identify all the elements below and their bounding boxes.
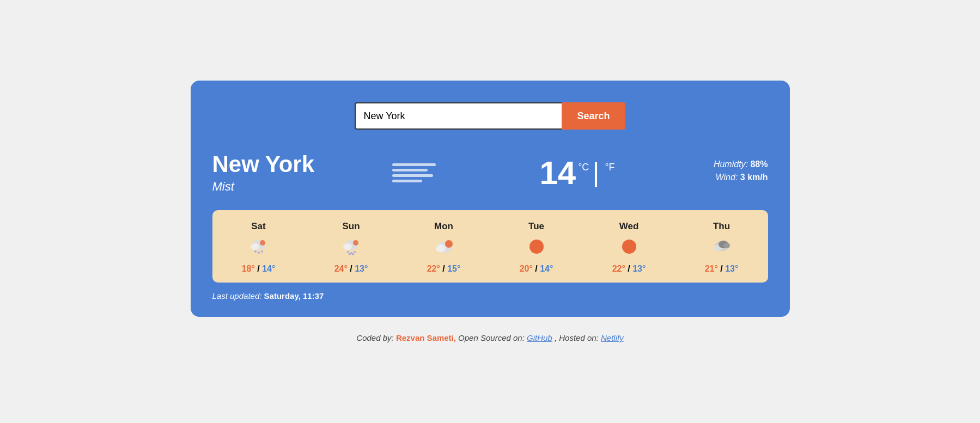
svg-point-22: [723, 243, 730, 248]
forecast-day-wed: Wed 22° / 13°: [583, 221, 675, 274]
svg-point-3: [254, 250, 257, 253]
weather-card: Search New York Mist 14 °C | °F: [191, 81, 790, 317]
svg-point-5: [261, 250, 263, 253]
day-name-thu: Thu: [713, 221, 730, 232]
low-temp-sat: 14°: [262, 264, 275, 273]
day-name-mon: Mon: [434, 221, 453, 232]
high-temp-thu: 21°: [705, 264, 718, 273]
day-temps-wed: 22° / 13°: [612, 264, 646, 274]
day-temps-sat: 18° / 14°: [242, 264, 276, 274]
day-name-wed: Wed: [619, 221, 639, 232]
day-temps-sun: 24° / 13°: [334, 264, 368, 274]
mist-line-4: [392, 180, 422, 182]
temp-divider: |: [592, 157, 599, 188]
wind-label: Wind:: [716, 173, 738, 182]
temp-units-f: °F: [605, 162, 614, 173]
low-temp-mon: 15°: [447, 264, 460, 273]
wind-row: Wind: 3 km/h: [659, 173, 768, 182]
city-section: New York Mist: [212, 151, 332, 194]
day-name-tue: Tue: [528, 221, 544, 232]
mist-icon: [392, 163, 436, 182]
humidity-label: Humidty:: [714, 160, 748, 169]
last-updated-value: Saturday, 11:37: [264, 291, 324, 301]
day-name-sun: Sun: [342, 221, 360, 232]
stats-section: Humidty: 88% Wind: 3 km/h: [659, 160, 768, 186]
forecast-day-sat: Sat 18° / 14°: [212, 221, 305, 274]
high-temp-mon: 22°: [427, 264, 440, 273]
temperature-value: 14: [539, 154, 576, 192]
low-temp-sun: 13°: [355, 264, 368, 273]
day-name-sat: Sat: [251, 221, 265, 232]
svg-point-2: [260, 240, 265, 246]
low-temp-tue: 14°: [540, 264, 553, 273]
search-button[interactable]: Search: [562, 102, 625, 130]
footer: Coded by: Rezvan Sameti, Open Sourced on…: [356, 333, 623, 342]
hosted-label: , Hosted on:: [555, 333, 599, 342]
temp-units: °C: [578, 162, 589, 173]
search-row: Search: [212, 102, 768, 130]
svg-point-8: [353, 240, 358, 246]
github-link[interactable]: GitHub: [527, 333, 552, 342]
weather-icon-section: [332, 163, 496, 182]
temperature-section: 14 °C | °F: [496, 154, 659, 192]
unit-fahrenheit[interactable]: °F: [605, 162, 614, 173]
unit-celsius[interactable]: °C: [578, 162, 589, 173]
high-temp-wed: 22°: [612, 264, 625, 273]
day-temps-mon: 22° / 15°: [427, 264, 461, 274]
day-temps-thu: 21° / 13°: [705, 264, 739, 274]
svg-point-12: [349, 253, 351, 255]
svg-point-9: [347, 251, 349, 253]
day-icon-wed: [619, 237, 640, 259]
high-temp-sat: 18°: [242, 264, 255, 273]
low-temp-wed: 13°: [632, 264, 646, 273]
mist-line-1: [392, 163, 436, 166]
forecast-day-mon: Mon 22° / 15°: [398, 221, 490, 274]
high-temp-sun: 24°: [334, 264, 348, 273]
mist-line-3: [392, 174, 433, 177]
netlify-link[interactable]: Netlify: [601, 333, 624, 342]
condition-label: Mist: [212, 180, 332, 194]
forecast-day-thu: Thu 21° / 13°: [675, 221, 768, 274]
open-sourced-label: Open Sourced on:: [458, 333, 525, 342]
day-icon-tue: [526, 237, 547, 259]
svg-point-16: [445, 240, 453, 248]
day-icon-sun: [341, 237, 362, 259]
svg-point-7: [343, 243, 352, 250]
current-weather: New York Mist 14 °C | °F Humidty:: [212, 151, 768, 194]
author-name: Rezvan Sameti,: [396, 333, 456, 342]
last-updated: Last updated: Saturday, 11:37: [212, 291, 768, 301]
svg-point-4: [258, 252, 260, 254]
high-temp-tue: 20°: [520, 264, 533, 273]
wind-value: 3 km/h: [740, 173, 768, 182]
svg-point-11: [354, 251, 356, 253]
coded-by-label: Coded by:: [356, 333, 393, 342]
forecast-day-tue: Tue 20° / 14°: [490, 221, 583, 274]
search-input[interactable]: [355, 102, 562, 130]
day-icon-mon: [434, 237, 454, 259]
city-name: New York: [212, 151, 332, 177]
svg-point-13: [352, 253, 354, 255]
humidity-row: Humidty: 88%: [659, 160, 768, 169]
low-temp-thu: 13°: [725, 264, 738, 273]
svg-point-1: [251, 243, 259, 250]
day-temps-tue: 20° / 14°: [520, 264, 553, 274]
day-icon-thu: [711, 237, 732, 259]
forecast-day-sun: Sun 24° / 13°: [305, 221, 398, 274]
svg-point-15: [436, 244, 446, 252]
svg-point-18: [622, 240, 636, 254]
humidity-value: 88%: [750, 160, 768, 169]
mist-line-2: [392, 169, 428, 171]
forecast-bar: Sat 18° / 14° Sun: [212, 210, 768, 283]
last-updated-label: Last updated:: [212, 291, 262, 301]
day-icon-sat: [248, 237, 269, 259]
svg-point-17: [529, 240, 544, 254]
